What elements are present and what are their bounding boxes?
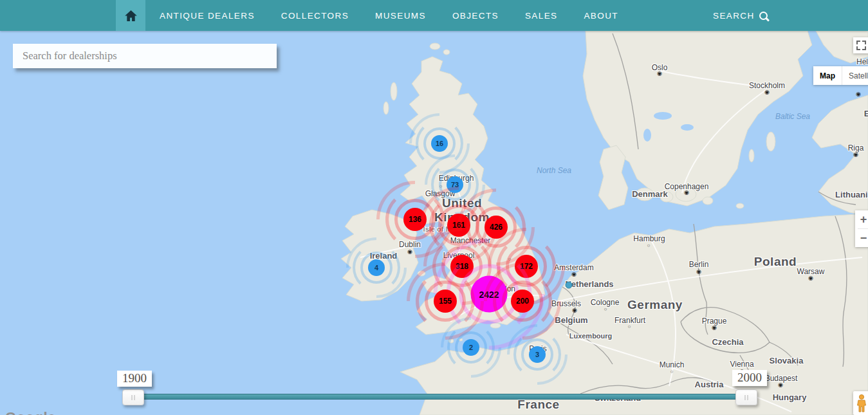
dealership-search-box: [13, 44, 277, 68]
nav-item-objects[interactable]: OBJECTS: [452, 11, 499, 21]
timeline-end-label: 2000: [732, 370, 767, 386]
cluster-count: 2: [463, 339, 479, 356]
timeline-start-label: 1900: [117, 371, 152, 387]
nav-home-tab[interactable]: [116, 0, 145, 31]
dealership-search-input[interactable]: [21, 49, 268, 63]
google-logo[interactable]: Google: [5, 409, 56, 415]
fullscreen-button[interactable]: [853, 37, 868, 53]
search-icon: [759, 12, 768, 20]
map-type-control: Map Satellite: [813, 66, 868, 85]
handle-grip-icon: [744, 395, 746, 400]
cluster-count: 200: [511, 290, 534, 313]
cluster-count: 155: [434, 290, 457, 313]
fullscreen-icon: [856, 41, 866, 50]
cluster-count: 4: [368, 259, 385, 276]
nav-item-museums[interactable]: MUSEUMS: [375, 11, 426, 21]
nav-item-antique-dealers[interactable]: ANTIQUE DEALERS: [160, 11, 255, 21]
pegman-button[interactable]: [853, 391, 868, 415]
nav-menu: ANTIQUE DEALERS COLLECTORS MUSEUMS OBJEC…: [160, 0, 618, 31]
cluster-count: 16: [431, 135, 448, 152]
timeline-handle-start[interactable]: [122, 389, 144, 405]
zoom-control: + −: [855, 210, 868, 247]
top-navbar: ANTIQUE DEALERS COLLECTORS MUSEUMS OBJEC…: [0, 0, 868, 31]
map-type-map-button[interactable]: Map: [813, 66, 842, 85]
timeline-track[interactable]: [133, 394, 746, 400]
home-icon: [125, 10, 137, 21]
cluster-count: [566, 282, 573, 289]
nav-item-sales[interactable]: SALES: [525, 11, 558, 21]
map-type-satellite-button[interactable]: Satellite: [842, 66, 868, 85]
zoom-in-button[interactable]: +: [855, 210, 868, 228]
nav-search-button[interactable]: SEARCH: [713, 0, 768, 31]
nav-item-collectors[interactable]: COLLECTORS: [281, 11, 349, 21]
cluster-count: 3: [529, 346, 546, 363]
pegman-icon: [856, 394, 867, 412]
zoom-out-button[interactable]: −: [855, 229, 868, 247]
handle-grip-icon: [131, 395, 133, 400]
nav-search-label: SEARCH: [713, 11, 755, 21]
timeline-handle-end[interactable]: [735, 389, 757, 405]
nav-item-about[interactable]: ABOUT: [584, 11, 618, 21]
